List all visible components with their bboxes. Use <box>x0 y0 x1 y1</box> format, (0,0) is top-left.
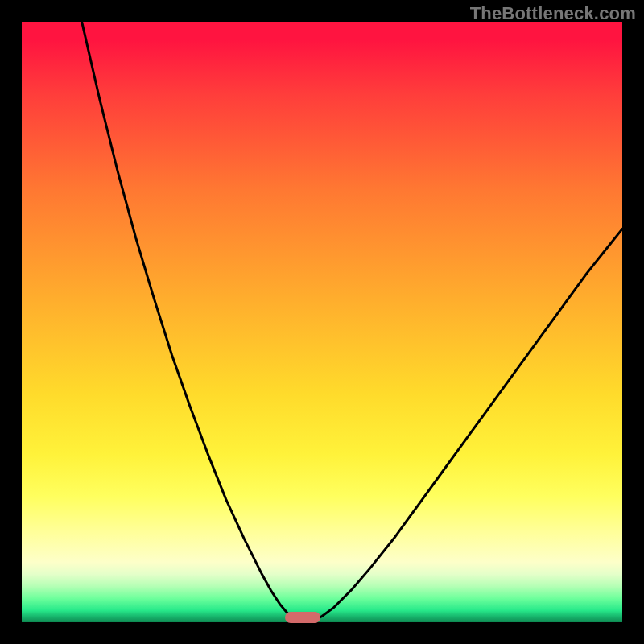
left-curve-path <box>82 22 295 621</box>
watermark-text: TheBottleneck.com <box>470 3 636 24</box>
bottleneck-marker <box>285 612 320 623</box>
right-curve-path <box>313 229 622 621</box>
chart-plot-area <box>22 22 622 622</box>
curve-layer <box>22 22 622 622</box>
